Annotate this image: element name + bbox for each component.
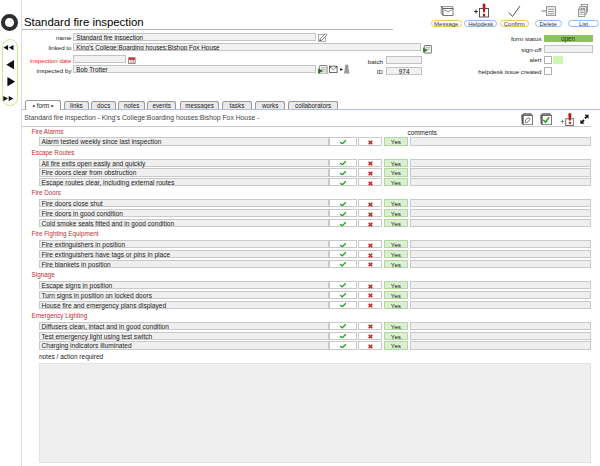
svg-text:13: 13	[130, 60, 134, 64]
